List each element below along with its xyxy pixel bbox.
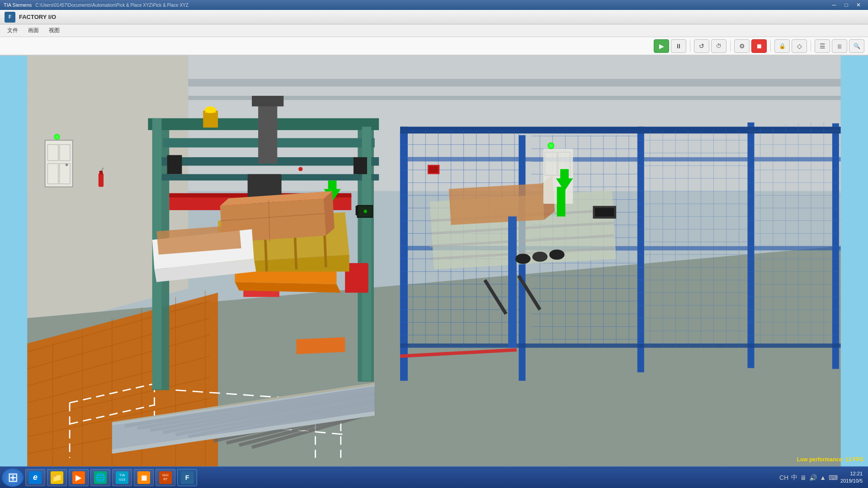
svg-rect-50 xyxy=(203,111,218,127)
menu-bar: 文件 画面 视图 xyxy=(0,24,868,37)
svg-marker-214 xyxy=(449,183,544,225)
svg-rect-227 xyxy=(595,208,614,216)
svg-point-52 xyxy=(205,106,216,113)
taskbar-ie[interactable]: e xyxy=(25,469,45,486)
svg-point-229 xyxy=(532,252,547,262)
factory-io-icon: F xyxy=(5,12,15,23)
menu-display[interactable]: 视图 xyxy=(44,25,64,36)
menu-file[interactable]: 文件 xyxy=(3,25,23,36)
pause-button[interactable]: ⏸ xyxy=(671,39,686,53)
title-bar-path: C:\Users\01457\Documents\Automation\Pick… xyxy=(35,3,188,8)
signal-button[interactable]: ||| xyxy=(832,39,847,53)
svg-rect-49 xyxy=(252,96,283,106)
settings-button[interactable]: ⚙ xyxy=(734,39,750,53)
taskbar-ch-label: CH xyxy=(779,474,788,481)
svg-rect-107 xyxy=(400,157,841,161)
svg-rect-96 xyxy=(354,157,367,174)
app-header: F FACTORY I/O 文件 画面 视图 ▶ ⏸ ↺ ⏱ ⚙ ⏹ 🔒 ◇ ☰… xyxy=(0,10,868,56)
performance-warning: Low performance: 13 FPS xyxy=(797,456,863,463)
svg-point-230 xyxy=(549,249,565,259)
toolbar-separator-3 xyxy=(770,41,771,52)
taskbar-tia[interactable]: TIAV15 xyxy=(112,469,132,486)
svg-rect-106 xyxy=(400,127,841,133)
svg-rect-95 xyxy=(167,155,182,174)
svg-rect-48 xyxy=(258,98,277,164)
clock: 12:21 2019/10/5 xyxy=(840,470,863,484)
start-button[interactable]: ⊞ xyxy=(2,469,24,487)
svg-rect-38 xyxy=(99,171,103,174)
toolbar: ▶ ⏸ ↺ ⏱ ⚙ ⏹ 🔒 ◇ ☰ ||| 🔍 xyxy=(0,37,868,55)
search-button[interactable]: 🔍 xyxy=(849,39,864,53)
svg-point-228 xyxy=(515,254,531,264)
title-bar-app: TIA Siemens xyxy=(4,2,32,8)
menu-view[interactable]: 画面 xyxy=(24,25,43,36)
app-title-text: FACTORY I/O xyxy=(19,14,56,20)
taskbar-network-icon: 🖥 xyxy=(800,474,807,481)
diamond-button[interactable]: ◇ xyxy=(792,39,807,53)
svg-rect-225 xyxy=(557,187,566,217)
svg-rect-222 xyxy=(508,216,517,348)
svg-rect-234 xyxy=(429,166,439,173)
svg-point-99 xyxy=(298,167,302,171)
taskbar-plcsim[interactable]: ▦ xyxy=(134,469,154,486)
taskbar-media[interactable]: ▶ xyxy=(69,469,89,486)
svg-point-34 xyxy=(66,164,68,166)
svg-marker-94 xyxy=(296,337,345,354)
taskbar-keyboard-icon: ⌨ xyxy=(829,474,838,481)
svg-point-220 xyxy=(549,144,553,148)
taskbar-vinc[interactable]: VinCRT xyxy=(156,469,175,486)
viewport[interactable]: Low performance: 13 FPS xyxy=(0,56,868,466)
svg-point-36 xyxy=(55,135,59,139)
svg-rect-101 xyxy=(400,127,408,380)
taskbar: ⊞ e 📁 ▶ 🌐 TIAV15 ▦ VinCRT F CH 中 xyxy=(0,466,868,488)
taskbar-lang-icon[interactable]: 中 xyxy=(791,474,797,482)
svg-rect-37 xyxy=(99,174,104,187)
taskbar-explorer[interactable]: 📁 xyxy=(47,469,67,486)
title-bar-left: TIA Siemens C:\Users\01457\Documents\Aut… xyxy=(4,2,189,8)
reset-button[interactable]: ↺ xyxy=(694,39,709,53)
taskbar-right: CH 中 🖥 🔊 ▲ ⌨ 12:21 2019/10/5 xyxy=(776,470,866,484)
factory-scene xyxy=(0,56,868,466)
toolbar-separator-4 xyxy=(811,41,811,52)
maximize-button[interactable]: □ xyxy=(840,0,852,10)
clock-date: 2019/10/5 xyxy=(840,478,863,484)
toolbar-separator-2 xyxy=(730,41,731,52)
stop-button[interactable]: ⏹ xyxy=(751,39,767,53)
taskbar-volume-icon[interactable]: 🔊 xyxy=(809,474,817,481)
close-button[interactable]: ✕ xyxy=(853,0,864,10)
app-title-bar: F FACTORY I/O xyxy=(0,10,868,24)
taskbar-factory-io[interactable]: F xyxy=(177,469,197,486)
svg-point-237 xyxy=(363,210,367,213)
toolbar-separator-1 xyxy=(690,41,690,52)
title-bar-controls: ─ □ ✕ xyxy=(828,0,864,10)
taskbar-browser[interactable]: 🌐 xyxy=(90,469,110,486)
timer-button[interactable]: ⏱ xyxy=(711,39,726,53)
list-button[interactable]: ☰ xyxy=(815,39,830,53)
app-window: F FACTORY I/O 文件 画面 视图 ▶ ⏸ ↺ ⏱ ⚙ ⏹ 🔒 ◇ ☰… xyxy=(0,10,868,488)
clock-time: 12:21 xyxy=(840,470,863,477)
taskbar-arrow-icon[interactable]: ▲ xyxy=(820,474,826,481)
play-button[interactable]: ▶ xyxy=(654,39,669,53)
title-bar: TIA Siemens C:\Users\01457\Documents\Aut… xyxy=(0,0,868,10)
svg-rect-56 xyxy=(248,174,282,197)
minimize-button[interactable]: ─ xyxy=(828,0,840,10)
lock-button[interactable]: 🔒 xyxy=(774,39,790,53)
